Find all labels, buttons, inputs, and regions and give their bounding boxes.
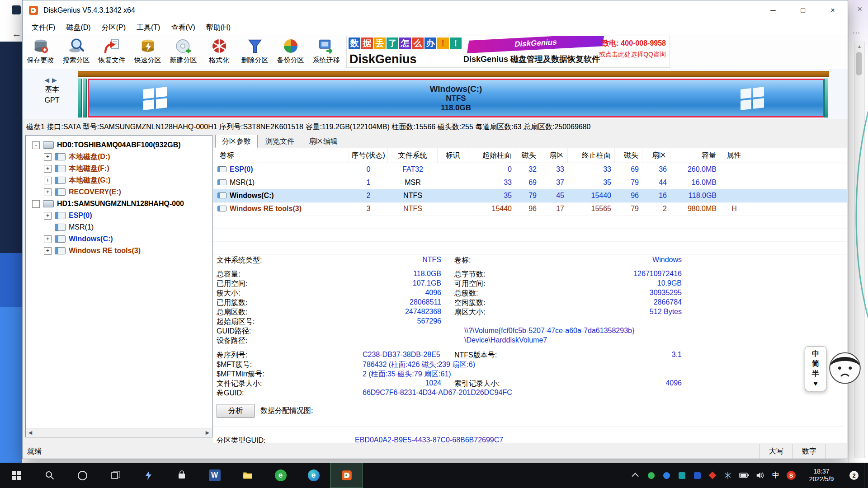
tree-item-local-f[interactable]: + 本地磁盘(F:) <box>26 163 212 174</box>
background-close-icon[interactable]: × <box>857 5 862 14</box>
expand-icon[interactable]: + <box>44 153 52 161</box>
expand-icon[interactable]: + <box>44 165 52 173</box>
column-header[interactable]: 磁头 <box>615 148 642 163</box>
scroll-left-icon[interactable]: ◀ <box>26 430 35 436</box>
toolbar-quick-partition[interactable]: 快速分区 <box>130 35 165 69</box>
sogou-ime-widget[interactable]: 中 简 半 ♥ <box>805 346 863 391</box>
table-row-windows-re[interactable]: Windows RE tools(3) 3 NTFS 15440 96 17 1… <box>213 202 847 216</box>
tree-item-recovery-e[interactable]: + RECOVERY(E:) <box>26 186 212 198</box>
expand-icon[interactable]: + <box>44 177 52 184</box>
toolbar-search-partition[interactable]: 搜索分区 <box>58 35 94 69</box>
menu-help[interactable]: 帮助(H) <box>201 23 236 33</box>
re-partition-stripe[interactable] <box>824 79 828 117</box>
table-row-windows-c-selected[interactable]: Windows(C:) 2 NTFS 35 79 45 15440 96 16 … <box>213 189 847 202</box>
column-header[interactable]: 扇区 <box>642 148 670 163</box>
tree-item-local-d[interactable]: + 本地磁盘(D:) <box>26 151 212 163</box>
table-row-msr[interactable]: MSR(1) 1 MSR 33 69 37 35 79 44 16.0MB <box>213 176 847 189</box>
expand-icon[interactable]: + <box>44 188 52 196</box>
toolbar-new-partition[interactable]: 新建分区 <box>165 35 201 69</box>
hidden-icons-chevron[interactable] <box>628 463 643 488</box>
tree-item-local-g[interactable]: + 本地磁盘(G:) <box>26 174 212 186</box>
tab-partition-params[interactable]: 分区参数 <box>215 135 258 148</box>
ime-language-indicator[interactable]: 中 <box>768 463 783 488</box>
tab-sector-edit[interactable]: 扇区编辑 <box>302 135 344 148</box>
column-header[interactable]: 文件系统 <box>388 148 438 163</box>
expand-icon[interactable]: + <box>44 235 52 243</box>
windows-partition-block[interactable]: Windows(C:) NTFS 118.0GB <box>88 79 824 117</box>
column-header[interactable]: 序号(状态) <box>349 148 388 163</box>
taskbar-search-button[interactable] <box>33 463 66 488</box>
taskbar-clock[interactable]: 18:37 2022/5/9 <box>799 468 844 483</box>
taskbar-app-diskgenius-active[interactable] <box>330 463 363 488</box>
taskbar-app-word[interactable]: W <box>198 463 231 488</box>
minimize-button[interactable]: ─ <box>758 0 788 20</box>
action-center-button[interactable]: 2 <box>844 463 864 488</box>
column-header[interactable]: 属性 <box>720 148 748 163</box>
close-button[interactable]: × <box>818 0 848 20</box>
scrollbar-thumb[interactable] <box>856 52 862 75</box>
back-arrow-icon[interactable]: ← <box>12 28 22 40</box>
ime-mode-halfwidth[interactable]: 半 <box>812 369 819 379</box>
msr-partition-stripe[interactable] <box>83 79 87 117</box>
tray-icon-blue[interactable] <box>659 463 674 488</box>
ad-qq-link[interactable]: 或点击此处选择QQ咨询 <box>599 51 666 59</box>
menu-disk[interactable]: 磁盘(D) <box>61 23 96 33</box>
tab-browse-files[interactable]: 浏览文件 <box>259 135 301 148</box>
menu-partition[interactable]: 分区(P) <box>96 23 131 33</box>
chevron-right-icon[interactable]: ▶ <box>52 76 60 84</box>
toolbar-system-migration[interactable]: 系统迁移 <box>308 35 344 69</box>
toolbar-delete-partition[interactable]: 删除分区 <box>237 35 273 69</box>
tree-item-esp[interactable]: + ESP(0) <box>26 210 212 221</box>
column-header[interactable]: 起始柱面 <box>468 148 515 163</box>
expand-icon[interactable]: + <box>44 212 52 220</box>
taskbar-app-lightning[interactable] <box>132 463 165 488</box>
tree-item-windows-c[interactable]: + Windows(C:) <box>26 233 212 245</box>
collapse-icon[interactable]: - <box>32 200 40 208</box>
tray-icon-green[interactable] <box>643 463 659 488</box>
column-header[interactable]: 磁头 <box>515 148 540 163</box>
menu-tools[interactable]: 工具(T) <box>131 23 165 33</box>
sogou-tray-icon[interactable]: S <box>783 463 799 488</box>
column-header[interactable]: 标识 <box>438 148 468 163</box>
volume-indicator[interactable] <box>753 463 768 488</box>
ime-mode-chinese[interactable]: 中 <box>812 349 819 359</box>
battery-indicator[interactable] <box>736 463 753 488</box>
show-desktop-button[interactable] <box>864 463 868 488</box>
analyze-button[interactable]: 分析 <box>217 404 255 418</box>
collapse-icon[interactable]: - <box>32 141 40 149</box>
taskbar-app-browser-green[interactable]: e <box>264 463 297 488</box>
toolbar-save-changes[interactable]: 保存更改 <box>23 35 58 69</box>
table-row-esp[interactable]: ESP(0) 0 FAT32 0 32 33 33 69 36 260.0MB <box>213 163 847 176</box>
column-header[interactable]: 扇区 <box>540 148 568 163</box>
scroll-up-icon[interactable]: ▲ <box>854 42 864 49</box>
menu-view[interactable]: 查看(V) <box>165 23 200 33</box>
tree-item-hd0[interactable]: - HD0:TOSHIBAMQ04ABF100(932GB) <box>26 139 212 151</box>
taskbar-app-edge[interactable]: e <box>297 463 330 488</box>
ime-heart-icon[interactable]: ♥ <box>813 379 818 389</box>
tree-item-msr[interactable]: MSR(1) <box>26 221 212 233</box>
tray-icon-red[interactable] <box>705 463 720 488</box>
taskbar-app-explorer[interactable] <box>231 463 264 488</box>
ime-mode-simplified[interactable]: 简 <box>812 359 819 369</box>
tray-icon-qq[interactable] <box>689 463 705 488</box>
task-view-button[interactable] <box>99 463 132 488</box>
expand-icon[interactable]: + <box>44 247 52 255</box>
toolbar-recover-files[interactable]: 恢复文件 <box>94 35 130 69</box>
column-header[interactable]: 终止柱面 <box>568 148 615 163</box>
toolbar-backup-partition[interactable]: 备份分区 <box>273 35 308 69</box>
cortana-button[interactable] <box>66 463 99 488</box>
more-options-icon[interactable]: … <box>852 26 861 36</box>
menu-file[interactable]: 文件(F) <box>26 23 61 33</box>
chevron-left-icon[interactable]: ◀ <box>44 76 52 84</box>
tree-item-hd1[interactable]: - HD1:SAMSUNGMZNLN128HAHQ-000 <box>26 198 212 210</box>
tray-icon-snowflake[interactable] <box>720 463 736 488</box>
column-header[interactable]: 容量 <box>670 148 720 163</box>
ime-status-box[interactable]: 中 简 半 ♥ <box>805 346 826 391</box>
maximize-button[interactable]: □ <box>788 0 818 20</box>
esp-partition-stripe[interactable] <box>78 79 82 117</box>
start-button[interactable] <box>0 463 33 488</box>
column-header[interactable]: 卷标 <box>213 148 349 163</box>
tray-icon-teal[interactable] <box>674 463 689 488</box>
tree-item-windows-re[interactable]: + Windows RE tools(3) <box>26 245 212 257</box>
scroll-right-icon[interactable]: ▶ <box>203 430 212 436</box>
